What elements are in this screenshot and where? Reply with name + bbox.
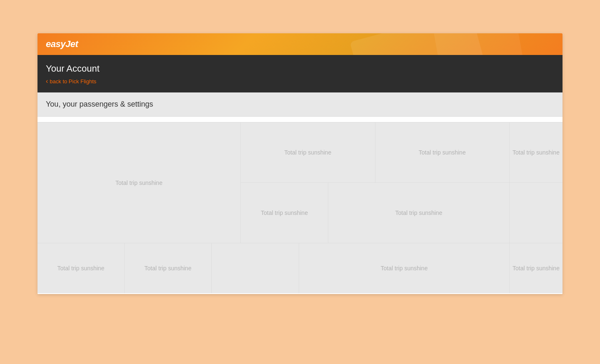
content-area: Total trip sunshine Total trip sunshine …: [38, 122, 562, 294]
tile-sb-left2-label: Total trip sunshine: [145, 265, 192, 272]
subtitle-text: You, your passengers & settings: [46, 100, 153, 108]
tile-bh-left-label: Total trip sunshine: [261, 209, 308, 216]
tile-top-narrow: Total trip sunshine: [510, 122, 562, 182]
logo: easyJet: [46, 39, 78, 50]
tile-top-wide: Total trip sunshine: [241, 122, 375, 182]
tile-top-wide-2: Total trip sunshine: [375, 122, 510, 182]
top-half-row: Total trip sunshine Total trip sunshine …: [241, 122, 562, 183]
account-header: Your Account back to Pick Flights: [38, 55, 562, 92]
orange-header: easyJet: [38, 33, 562, 55]
section-bottom: Total trip sunshine Total trip sunshine …: [38, 243, 562, 293]
tile-top-wide-label: Total trip sunshine: [284, 149, 331, 156]
tile-bh-right: [510, 183, 562, 243]
tile-sb-left-label: Total trip sunshine: [58, 265, 105, 272]
account-title: Your Account: [46, 63, 554, 74]
tile-bh-mid: Total trip sunshine: [328, 183, 510, 243]
tile-large-left: Total trip sunshine: [38, 122, 241, 243]
tile-bh-mid-label: Total trip sunshine: [395, 209, 442, 216]
right-column-group: Total trip sunshine Total trip sunshine …: [241, 122, 562, 243]
tile-top-wide-2-label: Total trip sunshine: [419, 149, 466, 156]
tile-top-narrow-label: Total trip sunshine: [512, 149, 560, 156]
white-separator: [38, 117, 562, 122]
tile-sb-left2: Total trip sunshine: [125, 243, 212, 293]
tile-sb-pass: [212, 243, 299, 293]
bottom-half-row: Total trip sunshine Total trip sunshine: [241, 183, 562, 243]
back-link[interactable]: back to Pick Flights: [46, 77, 554, 85]
tile-sb-mid-label: Total trip sunshine: [381, 265, 428, 272]
tile-sb-right-label: Total trip sunshine: [512, 265, 560, 272]
tile-sb-left: Total trip sunshine: [38, 243, 125, 293]
app-container: easyJet Your Account back to Pick Flight…: [38, 33, 562, 294]
tile-sb-right: Total trip sunshine: [510, 243, 562, 293]
tile-bh-left: Total trip sunshine: [241, 183, 328, 243]
tile-large-left-label: Total trip sunshine: [115, 180, 162, 186]
section-top: Total trip sunshine Total trip sunshine …: [38, 122, 562, 243]
subtitle-bar: You, your passengers & settings: [38, 92, 562, 117]
tile-sb-mid: Total trip sunshine: [299, 243, 510, 293]
